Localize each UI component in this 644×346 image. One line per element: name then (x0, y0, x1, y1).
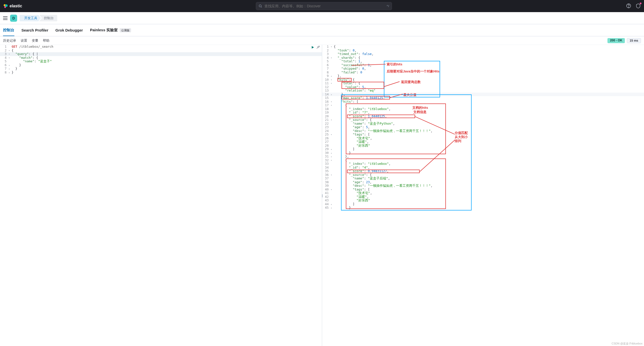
search-input[interactable] (264, 4, 385, 8)
tab-console[interactable]: 控制台 (3, 25, 14, 36)
breadcrumb: 开发工具 控制台 (20, 15, 57, 21)
toolbar-settings[interactable]: 设置 (21, 38, 27, 43)
newsfeed-icon[interactable] (635, 3, 641, 9)
global-header: elastic ^/ (0, 0, 644, 12)
app-tabs: 控制台 Search Profiler Grok Debugger Painle… (0, 24, 644, 36)
elastic-icon (3, 4, 8, 9)
search-icon (259, 4, 262, 8)
request-pane[interactable]: 1GET /itbluebox/_search2▾{3▾ "query": { … (0, 45, 322, 346)
wrench-icon[interactable] (316, 45, 320, 49)
response-pane[interactable]: 1▾{2 "took": 0,3 "timed_out": false,4▾ "… (322, 45, 644, 346)
toolbar-history[interactable]: 历史记录 (3, 38, 16, 43)
editor-split: 1GET /itbluebox/_search2▾{3▾ "query": { … (0, 45, 644, 346)
watermark: CSDN @蓝盒子itbluebox (612, 342, 642, 345)
status-badge: 200 - OK (607, 38, 625, 43)
svg-point-2 (4, 6, 6, 8)
console-toolbar: 历史记录 设置 变量 帮助 200 - OK 15 ms (0, 36, 644, 45)
brand-logo[interactable]: elastic (3, 4, 22, 9)
tab-grok-debugger[interactable]: Grok Debugger (55, 25, 83, 35)
search-shortcut: ^/ (387, 5, 389, 8)
tab-search-profiler[interactable]: Search Profiler (21, 25, 48, 35)
breadcrumb-item-devtools[interactable]: 开发工具 (20, 15, 41, 21)
brand-text: elastic (10, 4, 22, 8)
latency-badge: 15 ms (627, 38, 641, 43)
run-icon[interactable] (311, 45, 315, 49)
nav-toggle-icon[interactable] (3, 16, 8, 20)
space-avatar[interactable]: D (10, 15, 17, 22)
svg-line-4 (261, 7, 262, 7)
breadcrumb-item-console: 控制台 (39, 15, 57, 21)
sub-header: D 开发工具 控制台 (0, 12, 644, 24)
notification-dot (640, 3, 641, 4)
global-search[interactable]: ^/ (256, 2, 392, 10)
svg-point-6 (628, 7, 629, 7)
toolbar-variables[interactable]: 变量 (32, 38, 38, 43)
beta-badge: 公测版 (120, 28, 131, 32)
svg-point-3 (259, 5, 261, 7)
help-icon[interactable] (626, 3, 631, 9)
toolbar-help[interactable]: 帮助 (43, 38, 49, 43)
tab-painless-lab[interactable]: Painless 实验室 公测版 (90, 25, 131, 36)
